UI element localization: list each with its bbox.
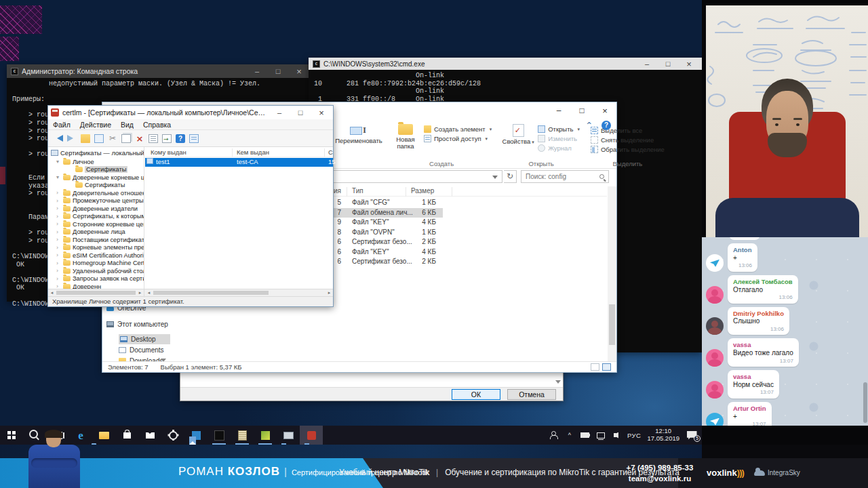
tree-item[interactable]: › Homegroup Machine Cert — [48, 260, 144, 268]
tree-item[interactable]: › Запросы заявок на серти — [48, 275, 144, 283]
file-row[interactable]: 8 Файл "OVPN" 1 КБ — [303, 228, 588, 238]
minimize-button[interactable] — [547, 102, 570, 120]
tree-expand-icon[interactable]: › — [56, 198, 61, 204]
column-expires[interactable]: С — [328, 148, 333, 156]
file-row[interactable]: 9 Файл "KEY" 4 КБ — [303, 218, 588, 228]
show-window-icon[interactable] — [94, 134, 104, 143]
tree-item[interactable]: › Поставщики сертификато — [48, 236, 144, 244]
details-view-icon[interactable] — [591, 363, 599, 371]
maximize-button[interactable] — [659, 60, 677, 68]
file-row[interactable]: 6 Файл "KEY" 4 КБ — [303, 247, 588, 258]
remote-desktop-icon[interactable] — [277, 426, 300, 445]
column-type[interactable]: Тип — [352, 187, 363, 195]
tree-item[interactable]: › eSIM Certification Authorit — [48, 251, 144, 260]
chevron-down-icon[interactable] — [492, 176, 498, 182]
battery-icon[interactable] — [580, 430, 590, 440]
menu-item[interactable]: Вид — [116, 121, 138, 129]
cancel-button[interactable]: Отмена — [507, 389, 556, 400]
nav-item[interactable]: Desktop — [119, 334, 170, 344]
cmd-app-icon[interactable] — [208, 426, 231, 445]
easy-access-button[interactable]: Простой доступ — [424, 135, 492, 142]
clock[interactable]: 12:10 17.05.2019 — [647, 428, 679, 443]
volume-icon[interactable] — [612, 430, 621, 440]
tree-expand-icon[interactable]: › — [56, 214, 61, 220]
file-row[interactable]: 6 Сертификат безо... 2 КБ — [303, 257, 588, 267]
edit-button[interactable]: Изменить — [538, 135, 580, 142]
tree-item[interactable]: Сертификаты — [48, 166, 144, 174]
tree-expand-icon[interactable]: ▾ — [56, 159, 61, 165]
tree-expand-icon[interactable]: › — [56, 260, 61, 266]
tree-item[interactable]: › Доверенные лица — [48, 228, 144, 237]
scrollbar[interactable] — [608, 186, 616, 361]
select-none-button[interactable]: Снять выделение — [591, 136, 665, 144]
refresh-button[interactable]: ↻ — [504, 170, 517, 183]
copy-icon[interactable] — [121, 134, 131, 143]
nav-item[interactable]: Этот компьютер — [106, 319, 168, 329]
ok-button[interactable]: ОК — [452, 389, 500, 400]
tree-item[interactable]: › Удаленный рабочий стол — [48, 267, 144, 275]
maximize-button[interactable] — [269, 68, 287, 75]
minimize-button[interactable] — [638, 60, 656, 68]
tree-item[interactable]: › Сторонние корневые цен — [48, 220, 144, 228]
tree-expand-icon[interactable]: › — [56, 237, 61, 243]
tree-expand-icon[interactable]: › — [56, 276, 61, 282]
column-issued-by[interactable]: Кем выдан — [237, 148, 269, 156]
collapse-ribbon-icon[interactable]: ^ — [587, 122, 592, 129]
properties-button[interactable]: Свойства — [502, 123, 534, 146]
tree-item[interactable]: › Промежуточные центры — [48, 197, 144, 205]
tree-item[interactable]: › Доверенные издатели — [48, 205, 144, 213]
mail-icon[interactable] — [138, 426, 161, 445]
action-center-icon[interactable]: 5 — [686, 430, 698, 440]
forward-icon[interactable] — [67, 135, 77, 142]
open-button[interactable]: Открыть — [538, 125, 580, 133]
people-icon[interactable] — [549, 430, 559, 440]
scroll-left-icon[interactable]: ◂ — [146, 290, 152, 296]
invert-selection-button[interactable]: Обратить выделение — [591, 146, 665, 153]
maximize-button[interactable] — [292, 109, 309, 117]
menu-item[interactable]: Действие — [75, 121, 116, 129]
rename-button[interactable]: Переименовать — [337, 123, 380, 144]
hidden-icons-chevron[interactable]: ^ — [565, 430, 574, 440]
help-icon[interactable]: ? — [176, 134, 185, 143]
tree-expand-icon[interactable]: › — [56, 283, 61, 289]
scroll-left-icon[interactable]: ◂ — [49, 290, 55, 296]
tree-expand-icon[interactable]: › — [56, 221, 61, 227]
photos-app-icon[interactable] — [184, 426, 208, 445]
new-folder-button[interactable]: Новая папка — [391, 123, 420, 150]
column-issued-to[interactable]: Кому выдан — [151, 148, 186, 156]
tree-item[interactable]: › Сертификаты, к которым — [48, 213, 144, 221]
close-button[interactable] — [313, 108, 330, 117]
settings-icon[interactable] — [161, 426, 184, 445]
scroll-right-icon[interactable]: ▸ — [137, 290, 143, 296]
notes-app-icon[interactable] — [231, 426, 254, 445]
minimize-button[interactable] — [271, 109, 288, 117]
properties-icon[interactable] — [149, 134, 158, 143]
export-icon[interactable] — [162, 134, 172, 143]
language-indicator[interactable]: РУС — [627, 432, 642, 439]
certificate-row[interactable]: test1 test-CA 15 — [145, 158, 333, 167]
menu-item[interactable]: Справка — [138, 121, 176, 129]
tree-expand-icon[interactable]: › — [56, 229, 61, 235]
large-icons-view-icon[interactable] — [602, 363, 611, 371]
close-button[interactable] — [290, 67, 308, 76]
cmd-titlebar[interactable]: C Администратор: Командная строка — [7, 64, 312, 78]
list-column-headers[interactable]: Кому выдан Кем выдан С — [145, 148, 333, 157]
file-explorer-icon[interactable] — [92, 426, 115, 445]
menu-item[interactable]: Файл — [48, 121, 75, 129]
tree-item[interactable]: › Корневые элементы пред — [48, 244, 144, 252]
export-list-icon[interactable] — [81, 134, 90, 143]
tree-item[interactable]: › Доверительные отношен — [48, 189, 144, 197]
close-button[interactable] — [680, 60, 698, 68]
tree-expand-icon[interactable]: › — [56, 252, 61, 258]
cmd-titlebar[interactable]: C C:\WINDOWS\system32\cmd.exe — [309, 58, 702, 70]
list-view-icon[interactable] — [189, 134, 199, 143]
help-icon[interactable]: ? — [601, 121, 611, 130]
history-button[interactable]: Журнал — [538, 144, 580, 152]
delete-icon[interactable]: × — [135, 134, 144, 143]
tree-item[interactable]: Сертификаты — [48, 182, 144, 190]
tree-item[interactable]: ▾ Доверенные корневые ц — [48, 174, 144, 182]
tree-root[interactable]: Сертификаты — локальный к ^ — [51, 148, 142, 157]
store-icon[interactable] — [115, 426, 138, 445]
minimize-button[interactable] — [248, 68, 266, 75]
file-row[interactable]: 7 Файл обмена лич... 6 КБ — [303, 208, 588, 218]
